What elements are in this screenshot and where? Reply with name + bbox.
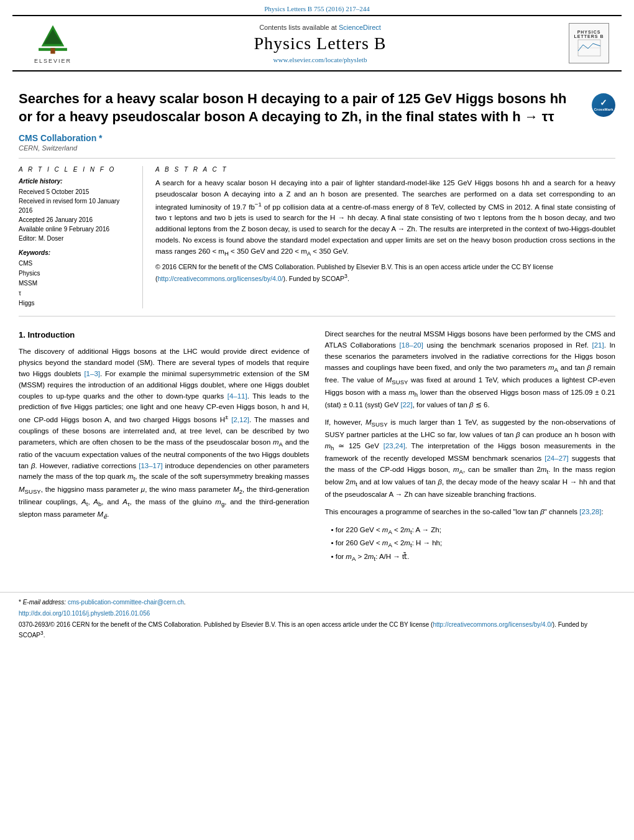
cite-4-11[interactable]: [4–11] [227, 392, 247, 400]
email-link[interactable]: cms-publication-committee-chair@cern.ch [68, 599, 184, 606]
svg-marker-2 [44, 29, 62, 44]
cite-23-24[interactable]: [23,24] [384, 442, 405, 450]
elsevier-label: ELSEVIER [34, 58, 71, 64]
cite-24-27[interactable]: [24–27] [544, 455, 568, 462]
intro-paragraph-4: This encourages a programme of searches … [325, 507, 616, 518]
journal-header: ELSEVIER Contents lists available at Sci… [12, 15, 622, 72]
physics-letters-badge: PHYSICS LETTERS B [559, 23, 609, 63]
elsevier-logo: ELSEVIER [25, 22, 81, 64]
journal-title-section: Contents lists available at ScienceDirec… [81, 24, 559, 63]
footer-license-link[interactable]: http://creativecommons.org/licenses/by/4… [433, 621, 552, 628]
journal-main-title: Physics Letters B [81, 34, 559, 53]
footer-doi: http://dx.doi.org/10.1016/j.physletb.201… [19, 609, 615, 618]
history-received: Received 5 October 2015 [19, 187, 133, 196]
footnote-email: * E-mail address: cms-publication-commit… [19, 598, 615, 607]
cite-23-28[interactable]: [23,28] [579, 508, 601, 515]
cite-22[interactable]: [22] [400, 401, 412, 408]
page-footer: * E-mail address: cms-publication-commit… [0, 592, 634, 647]
keyword-cms: CMS [19, 259, 133, 269]
journal-url[interactable]: www.elsevier.com/locate/physletb [81, 56, 559, 63]
body-left-column: 1. Introduction The discovery of additio… [19, 329, 310, 564]
paper-content: Searches for a heavy scalar boson H deca… [0, 72, 634, 573]
cite-1-3[interactable]: [1–3] [84, 370, 100, 377]
keyword-physics: Physics [19, 269, 133, 279]
keyword-higgs: Higgs [19, 298, 133, 308]
crossmark-badge[interactable]: ✓ CrossMark [592, 93, 615, 117]
body-right-column: Direct searches for the neutral MSSM Hig… [325, 329, 616, 564]
bullet-1: for 220 GeV < mA < 2mt: A → Zh; [331, 524, 616, 538]
abstract-copyright: © 2016 CERN for the benefit of the CMS C… [155, 262, 615, 284]
history-editor: Editor: M. Doser [19, 234, 133, 243]
abstract-column: A B S T R A C T A search for a heavy sca… [155, 166, 615, 308]
cite-2-12[interactable]: [2,12] [231, 416, 249, 423]
article-title-section: Searches for a heavy scalar boson H deca… [19, 90, 615, 126]
article-info-column: A R T I C L E I N F O Article history: R… [19, 166, 143, 308]
section1-title: 1. Introduction [19, 329, 310, 341]
article-history-label: Article history: [19, 178, 133, 185]
abstract-header: A B S T R A C T [155, 166, 615, 173]
sciencedirect-link[interactable]: ScienceDirect [339, 24, 381, 31]
crossmark-icon[interactable]: ✓ CrossMark [592, 93, 615, 117]
bullet-3: for mA > 2mt: A/H → tt̄. [331, 551, 616, 565]
journal-doi-link[interactable]: Physics Letters B 755 (2016) 217–244 [264, 5, 370, 12]
history-accepted: Accepted 26 January 2016 [19, 215, 133, 224]
article-info-header: A R T I C L E I N F O [19, 166, 133, 173]
cc-license-link[interactable]: http://creativecommons.org/licenses/by/4… [158, 274, 283, 282]
intro-paragraph-3: If, however, MSUSY is much larger than 1… [325, 417, 616, 501]
page-container: Physics Letters B 755 (2016) 217–244 ELS… [0, 0, 634, 647]
footer-issn: 0370-2693/© 2016 CERN for the benefit of… [19, 620, 615, 640]
author-section: CMS Collaboration * CERN, Switzerland [19, 133, 615, 152]
footer-doi-link[interactable]: http://dx.doi.org/10.1016/j.physletb.201… [19, 610, 150, 617]
intro-paragraph-2: Direct searches for the neutral MSSM Hig… [325, 329, 616, 411]
abstract-text: A search for a heavy scalar boson H deca… [155, 178, 615, 259]
cite-21[interactable]: [21] [592, 341, 604, 349]
keywords-label: Keywords: [19, 249, 133, 256]
journal-badge: PHYSICS LETTERS B [569, 23, 609, 63]
bullet-2: for 260 GeV < mA < 2mt: H → hh; [331, 537, 616, 551]
article-title: Searches for a heavy scalar boson H deca… [19, 90, 582, 126]
history-available: Available online 9 February 2016 [19, 224, 133, 234]
history-revised: Received in revised form 10 January 2016 [19, 196, 133, 215]
contents-available-text: Contents lists available at ScienceDirec… [81, 24, 559, 31]
body-columns: 1. Introduction The discovery of additio… [19, 329, 615, 564]
elsevier-tree-icon [34, 22, 71, 57]
intro-paragraph-1: The discovery of additional Higgs bosons… [19, 346, 310, 522]
cite-13-17[interactable]: [13–17] [139, 462, 162, 469]
top-journal-link[interactable]: Physics Letters B 755 (2016) 217–244 [0, 0, 634, 15]
svg-rect-3 [50, 48, 55, 53]
cite-18-20[interactable]: [18–20] [400, 341, 423, 349]
keyword-mssm: MSSM [19, 279, 133, 288]
affiliation: CERN, Switzerland [19, 144, 615, 152]
info-abstract-row: A R T I C L E I N F O Article history: R… [19, 158, 615, 316]
bullet-list: for 220 GeV < mA < 2mt: A → Zh; for 260 … [331, 524, 616, 565]
author-name[interactable]: CMS Collaboration * [19, 133, 615, 143]
keyword-tau: τ [19, 288, 133, 298]
